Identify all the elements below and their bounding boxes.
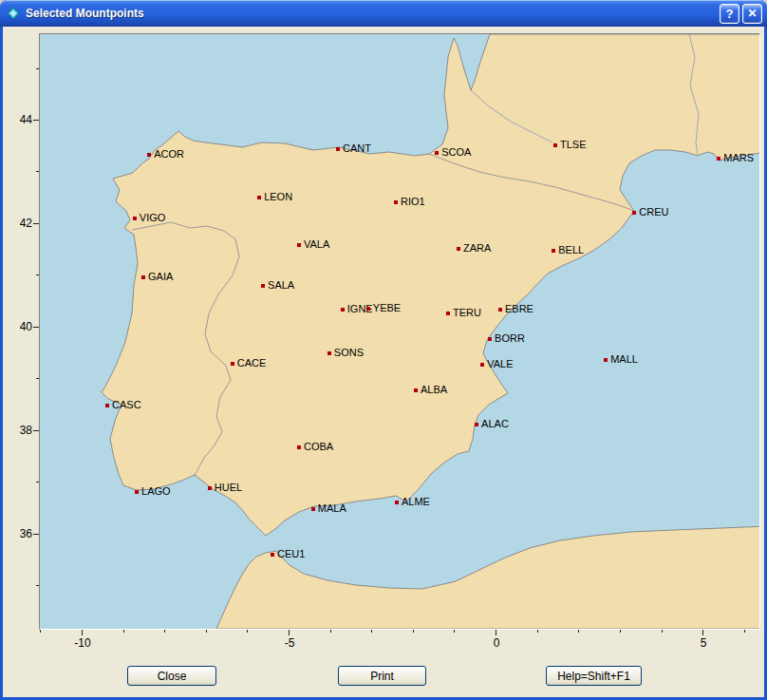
map-plot xyxy=(39,33,760,630)
iberia-map-svg xyxy=(40,34,759,629)
print-button[interactable]: Print xyxy=(338,666,426,686)
app-icon xyxy=(7,7,20,20)
close-titlebar-button[interactable]: ✕ xyxy=(742,4,762,24)
titlebar[interactable]: Selected Mountpoints ? ✕ xyxy=(0,0,767,27)
help-titlebar-button[interactable]: ? xyxy=(720,4,739,24)
selected-mountpoints-dialog: Selected Mountpoints ? ✕ -10-50536384042… xyxy=(0,0,767,700)
help-button[interactable]: Help=Shift+F1 xyxy=(546,666,642,686)
close-button[interactable]: Close xyxy=(127,666,216,686)
window-title: Selected Mountpoints xyxy=(26,0,144,27)
